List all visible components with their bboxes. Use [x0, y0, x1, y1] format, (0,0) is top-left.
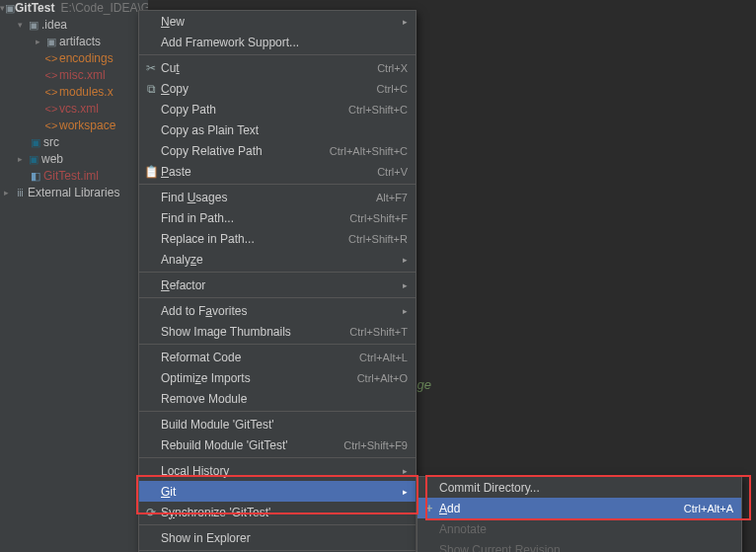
menu-remove-module[interactable]: Remove Module	[139, 388, 416, 409]
context-menu: New▸ Add Framework Support... ✂CutCtrl+X…	[138, 10, 416, 552]
menu-copy[interactable]: ⧉CopyCtrl+C	[139, 78, 416, 99]
menu-replace-in-path[interactable]: Replace in Path...Ctrl+Shift+R	[139, 228, 416, 249]
project-path: E:\Code_IDEA\GitTest	[60, 0, 148, 17]
folder-icon: ▣	[26, 151, 41, 168]
menu-thumbnails[interactable]: Show Image ThumbnailsCtrl+Shift+T	[139, 321, 416, 342]
sync-icon: ⟳	[141, 506, 161, 519]
menu-analyze[interactable]: Analyze▸	[139, 249, 416, 270]
menu-build-module[interactable]: Build Module 'GitTest'	[139, 414, 416, 434]
folder-icon: ▣	[28, 134, 43, 151]
tree-item-artifacts[interactable]: artifacts	[59, 34, 101, 50]
xml-file-icon: <>	[43, 84, 59, 101]
menu-new[interactable]: New▸	[139, 11, 416, 32]
menu-favorites[interactable]: Add to Favorites▸	[139, 300, 416, 321]
folder-icon: ▣	[26, 17, 41, 34]
tree-item-src[interactable]: src	[43, 134, 59, 151]
menu-copy-plain[interactable]: Copy as Plain Text	[139, 119, 416, 140]
paste-icon: 📋	[141, 165, 161, 179]
menu-synchronize[interactable]: ⟳Synchronize 'GitTest'	[139, 502, 416, 522]
xml-file-icon: <>	[43, 101, 59, 118]
tree-item-idea[interactable]: .idea	[41, 17, 67, 34]
cut-icon: ✂	[141, 61, 161, 75]
menu-cut[interactable]: ✂CutCtrl+X	[139, 57, 416, 78]
expand-arrow-icon[interactable]: ▾	[14, 17, 26, 34]
expand-arrow-icon[interactable]: ▸	[14, 151, 26, 168]
expand-arrow-icon[interactable]: ▸	[0, 185, 12, 201]
menu-add-framework[interactable]: Add Framework Support...	[139, 32, 416, 52]
menu-local-history[interactable]: Local History▸	[139, 460, 416, 481]
tree-item-misc[interactable]: misc.xml	[59, 67, 106, 84]
copy-icon: ⧉	[141, 82, 161, 96]
submenu-show-current-revision: Show Current Revision	[417, 539, 741, 552]
submenu-commit-directory[interactable]: Commit Directory...	[417, 477, 741, 498]
menu-reformat[interactable]: Reformat CodeCtrl+Alt+L	[139, 347, 416, 367]
tree-item-vcs[interactable]: vcs.xml	[59, 101, 99, 118]
submenu-annotate: Annotate	[417, 518, 741, 539]
folder-icon: ▣	[5, 0, 15, 17]
expand-arrow-icon[interactable]: ▸	[32, 34, 43, 50]
menu-find-in-path[interactable]: Find in Path...Ctrl+Shift+F	[139, 207, 416, 228]
submenu-add[interactable]: +AddCtrl+Alt+A	[417, 498, 741, 518]
menu-copy-path[interactable]: Copy PathCtrl+Shift+C	[139, 99, 416, 119]
menu-optimize-imports[interactable]: Optimize ImportsCtrl+Alt+O	[139, 367, 416, 388]
menu-copy-relative[interactable]: Copy Relative PathCtrl+Alt+Shift+C	[139, 140, 416, 161]
menu-find-usages[interactable]: Find UsagesAlt+F7	[139, 187, 416, 207]
tree-item-encodings[interactable]: encodings	[59, 50, 113, 67]
project-root[interactable]: GitTest	[15, 0, 54, 17]
menu-rebuild-module[interactable]: Rebuild Module 'GitTest'Ctrl+Shift+F9	[139, 434, 416, 455]
tree-item-workspace[interactable]: workspace	[59, 118, 115, 134]
tree-item-external-libs[interactable]: External Libraries	[28, 185, 119, 201]
xml-file-icon: <>	[43, 50, 59, 67]
menu-paste[interactable]: 📋PasteCtrl+V	[139, 161, 416, 182]
iml-file-icon: ◧	[28, 168, 43, 185]
folder-icon: ▣	[43, 34, 59, 50]
xml-file-icon: <>	[43, 67, 59, 84]
add-icon: +	[419, 502, 439, 515]
tree-item-iml[interactable]: GitTest.iml	[43, 168, 99, 185]
menu-git[interactable]: Git▸	[139, 481, 416, 502]
menu-refactor[interactable]: Refactor▸	[139, 275, 416, 295]
project-tree-pane[interactable]: ▾▣GitTestE:\Code_IDEA\GitTest ▾▣.idea ▸▣…	[0, 0, 148, 552]
xml-file-icon: <>	[43, 118, 59, 134]
menu-show-in-explorer[interactable]: Show in Explorer	[139, 527, 416, 548]
library-icon: ⅲ	[12, 185, 28, 201]
tree-item-web[interactable]: web	[41, 151, 63, 168]
git-submenu: Commit Directory... +AddCtrl+Alt+A Annot…	[416, 476, 742, 552]
tree-item-modules[interactable]: modules.x	[59, 84, 113, 101]
